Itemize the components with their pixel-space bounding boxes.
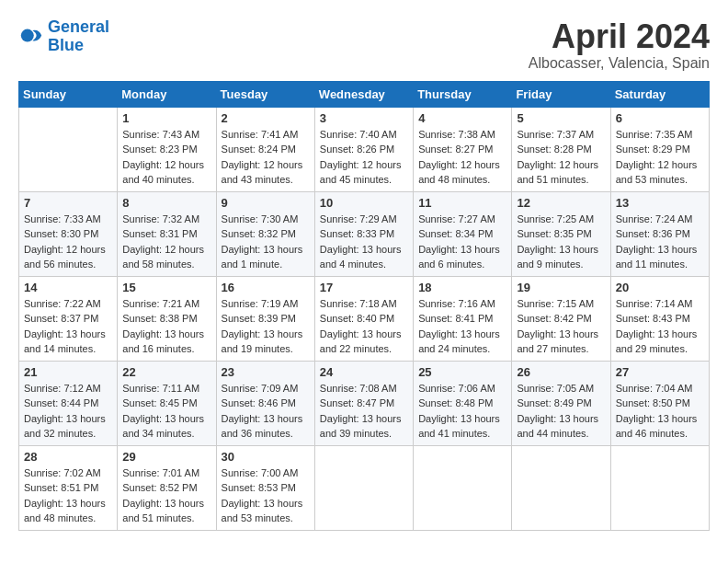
weekday-header: Tuesday: [216, 81, 314, 107]
calendar-cell: 19Sunrise: 7:15 AM Sunset: 8:42 PM Dayli…: [512, 276, 610, 361]
calendar-cell: 28Sunrise: 7:02 AM Sunset: 8:51 PM Dayli…: [19, 445, 118, 530]
logo: General Blue: [18, 18, 109, 55]
day-info: Sunrise: 7:18 AM Sunset: 8:40 PM Dayligh…: [320, 296, 408, 357]
calendar-cell: 5Sunrise: 7:37 AM Sunset: 8:28 PM Daylig…: [512, 107, 610, 191]
calendar-cell: [314, 445, 413, 530]
day-number: 16: [222, 281, 310, 294]
day-number: 17: [320, 281, 408, 294]
calendar-cell: 29Sunrise: 7:01 AM Sunset: 8:52 PM Dayli…: [118, 445, 216, 530]
day-number: 25: [418, 365, 506, 379]
calendar-cell: 1Sunrise: 7:43 AM Sunset: 8:23 PM Daylig…: [118, 107, 216, 191]
day-number: 23: [222, 365, 310, 379]
day-number: 15: [122, 281, 210, 294]
calendar-cell: 16Sunrise: 7:19 AM Sunset: 8:39 PM Dayli…: [216, 276, 314, 361]
calendar-cell: 3Sunrise: 7:40 AM Sunset: 8:26 PM Daylig…: [314, 107, 413, 191]
day-info: Sunrise: 7:25 AM Sunset: 8:35 PM Dayligh…: [517, 212, 605, 272]
day-info: Sunrise: 7:14 AM Sunset: 8:43 PM Dayligh…: [616, 296, 704, 357]
calendar-cell: 22Sunrise: 7:11 AM Sunset: 8:45 PM Dayli…: [118, 361, 216, 445]
calendar-cell: 10Sunrise: 7:29 AM Sunset: 8:33 PM Dayli…: [314, 191, 413, 276]
day-info: Sunrise: 7:29 AM Sunset: 8:33 PM Dayligh…: [320, 212, 408, 272]
day-number: 6: [616, 111, 704, 125]
day-number: 8: [122, 196, 210, 210]
day-info: Sunrise: 7:01 AM Sunset: 8:52 PM Dayligh…: [122, 465, 210, 526]
calendar-cell: 30Sunrise: 7:00 AM Sunset: 8:53 PM Dayli…: [216, 445, 314, 530]
day-number: 26: [517, 365, 605, 379]
day-info: Sunrise: 7:21 AM Sunset: 8:38 PM Dayligh…: [122, 296, 210, 357]
calendar-week-row: 14Sunrise: 7:22 AM Sunset: 8:37 PM Dayli…: [19, 276, 710, 361]
day-number: 2: [222, 111, 310, 125]
day-number: 9: [222, 196, 310, 210]
calendar-cell: 27Sunrise: 7:04 AM Sunset: 8:50 PM Dayli…: [610, 361, 709, 445]
logo-icon: [18, 24, 44, 50]
calendar-cell: 12Sunrise: 7:25 AM Sunset: 8:35 PM Dayli…: [512, 191, 610, 276]
day-number: 11: [418, 196, 506, 210]
day-number: 4: [418, 111, 506, 125]
day-info: Sunrise: 7:40 AM Sunset: 8:26 PM Dayligh…: [320, 127, 408, 188]
day-number: 10: [320, 196, 408, 210]
calendar-cell: 18Sunrise: 7:16 AM Sunset: 8:41 PM Dayli…: [414, 276, 512, 361]
calendar-header: SundayMondayTuesdayWednesdayThursdayFrid…: [19, 81, 710, 107]
header-row: SundayMondayTuesdayWednesdayThursdayFrid…: [19, 81, 710, 107]
day-info: Sunrise: 7:16 AM Sunset: 8:41 PM Dayligh…: [418, 296, 506, 357]
day-info: Sunrise: 7:06 AM Sunset: 8:48 PM Dayligh…: [418, 381, 506, 442]
day-info: Sunrise: 7:32 AM Sunset: 8:31 PM Dayligh…: [122, 212, 210, 272]
calendar-cell: 26Sunrise: 7:05 AM Sunset: 8:49 PM Dayli…: [512, 361, 610, 445]
day-info: Sunrise: 7:24 AM Sunset: 8:36 PM Dayligh…: [616, 212, 704, 272]
day-info: Sunrise: 7:00 AM Sunset: 8:53 PM Dayligh…: [222, 465, 310, 526]
calendar-week-row: 28Sunrise: 7:02 AM Sunset: 8:51 PM Dayli…: [19, 445, 710, 530]
svg-point-0: [21, 29, 34, 41]
calendar-week-row: 1Sunrise: 7:43 AM Sunset: 8:23 PM Daylig…: [19, 107, 710, 191]
day-number: 20: [616, 281, 704, 294]
day-info: Sunrise: 7:43 AM Sunset: 8:23 PM Dayligh…: [122, 127, 210, 188]
calendar-cell: [610, 445, 709, 530]
day-number: 28: [24, 450, 112, 464]
day-number: 1: [122, 111, 210, 125]
day-number: 19: [517, 281, 605, 294]
location-subtitle: Albocasser, Valencia, Spain: [529, 55, 710, 72]
day-info: Sunrise: 7:22 AM Sunset: 8:37 PM Dayligh…: [24, 296, 112, 357]
day-info: Sunrise: 7:11 AM Sunset: 8:45 PM Dayligh…: [122, 381, 210, 442]
calendar-cell: [512, 445, 610, 530]
day-number: 5: [517, 111, 605, 125]
day-info: Sunrise: 7:04 AM Sunset: 8:50 PM Dayligh…: [616, 381, 704, 442]
calendar-cell: 13Sunrise: 7:24 AM Sunset: 8:36 PM Dayli…: [610, 191, 709, 276]
day-info: Sunrise: 7:38 AM Sunset: 8:27 PM Dayligh…: [418, 127, 506, 188]
calendar-cell: 20Sunrise: 7:14 AM Sunset: 8:43 PM Dayli…: [610, 276, 709, 361]
calendar-cell: 4Sunrise: 7:38 AM Sunset: 8:27 PM Daylig…: [414, 107, 512, 191]
day-number: 13: [616, 196, 704, 210]
calendar-cell: 25Sunrise: 7:06 AM Sunset: 8:48 PM Dayli…: [414, 361, 512, 445]
day-number: 14: [24, 281, 112, 294]
day-number: 30: [222, 450, 310, 464]
day-info: Sunrise: 7:05 AM Sunset: 8:49 PM Dayligh…: [517, 381, 605, 442]
month-title: April 2024: [529, 18, 710, 55]
weekday-header: Sunday: [19, 81, 118, 107]
calendar-cell: [414, 445, 512, 530]
day-info: Sunrise: 7:09 AM Sunset: 8:46 PM Dayligh…: [222, 381, 310, 442]
logo-text: General Blue: [48, 18, 109, 55]
calendar-cell: 2Sunrise: 7:41 AM Sunset: 8:24 PM Daylig…: [216, 107, 314, 191]
calendar-cell: 8Sunrise: 7:32 AM Sunset: 8:31 PM Daylig…: [118, 191, 216, 276]
calendar-week-row: 7Sunrise: 7:33 AM Sunset: 8:30 PM Daylig…: [19, 191, 710, 276]
calendar-cell: 23Sunrise: 7:09 AM Sunset: 8:46 PM Dayli…: [216, 361, 314, 445]
day-info: Sunrise: 7:19 AM Sunset: 8:39 PM Dayligh…: [222, 296, 310, 357]
weekday-header: Friday: [512, 81, 610, 107]
day-number: 7: [24, 196, 112, 210]
day-info: Sunrise: 7:08 AM Sunset: 8:47 PM Dayligh…: [320, 381, 408, 442]
calendar-cell: 15Sunrise: 7:21 AM Sunset: 8:38 PM Dayli…: [118, 276, 216, 361]
day-info: Sunrise: 7:15 AM Sunset: 8:42 PM Dayligh…: [517, 296, 605, 357]
day-info: Sunrise: 7:27 AM Sunset: 8:34 PM Dayligh…: [418, 212, 506, 272]
calendar-cell: 6Sunrise: 7:35 AM Sunset: 8:29 PM Daylig…: [610, 107, 709, 191]
calendar-cell: 14Sunrise: 7:22 AM Sunset: 8:37 PM Dayli…: [19, 276, 118, 361]
weekday-header: Wednesday: [314, 81, 413, 107]
title-area: April 2024 Albocasser, Valencia, Spain: [529, 18, 710, 72]
day-number: 3: [320, 111, 408, 125]
day-number: 18: [418, 281, 506, 294]
calendar-cell: 21Sunrise: 7:12 AM Sunset: 8:44 PM Dayli…: [19, 361, 118, 445]
calendar-body: 1Sunrise: 7:43 AM Sunset: 8:23 PM Daylig…: [19, 107, 710, 530]
day-number: 29: [122, 450, 210, 464]
header: General Blue April 2024 Albocasser, Vale…: [18, 18, 710, 72]
weekday-header: Saturday: [610, 81, 709, 107]
day-info: Sunrise: 7:33 AM Sunset: 8:30 PM Dayligh…: [24, 212, 112, 272]
day-info: Sunrise: 7:02 AM Sunset: 8:51 PM Dayligh…: [24, 465, 112, 526]
calendar-cell: 11Sunrise: 7:27 AM Sunset: 8:34 PM Dayli…: [414, 191, 512, 276]
